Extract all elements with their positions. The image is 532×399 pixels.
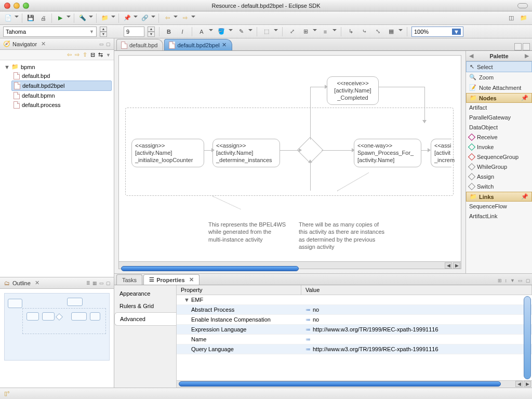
link-dropdown[interactable] — [151, 16, 155, 21]
scrollbar-thumb[interactable] — [179, 381, 501, 387]
forward-dropdown[interactable] — [191, 16, 195, 21]
save-button[interactable]: 💾 — [25, 13, 36, 23]
palette-link-sequenceflow[interactable]: SequenceFlow — [466, 202, 532, 211]
outline-thumbnail[interactable] — [4, 293, 110, 361]
bottom-tab-tasks[interactable]: Tasks — [116, 274, 142, 285]
close-window-button[interactable] — [4, 3, 10, 9]
tree-file[interactable]: default.bpmn — [11, 91, 112, 100]
editor-tab[interactable]: default.bpd2bpel✕ — [164, 39, 232, 50]
properties-col-property[interactable]: Property — [177, 285, 301, 295]
fill-color-dropdown[interactable] — [229, 29, 233, 34]
palette-node-artifact[interactable]: Artifact — [466, 103, 532, 113]
prop-cat-advanced[interactable]: Advanced — [114, 312, 176, 326]
font-family-select[interactable]: Tahoma▼ — [3, 26, 97, 37]
select-tool-button[interactable]: ⬚ — [261, 26, 272, 37]
prop-row[interactable]: Abstract Process≔no — [177, 305, 532, 315]
font-size-stepper[interactable]: ▲▼ — [148, 26, 155, 37]
zoom-window-button[interactable] — [23, 3, 29, 9]
nav-back-icon[interactable]: ⇦ — [67, 51, 72, 58]
prop-row[interactable]: Query Language≔http://www.w3.org/TR/1999… — [177, 344, 532, 354]
palette-node-sequencegroup[interactable]: SequenceGroup — [466, 152, 532, 162]
node-assign-3[interactable]: <<assi [activit _increm — [431, 139, 451, 167]
distribute-dropdown[interactable] — [313, 29, 317, 34]
perspective-button-2[interactable]: 📁 — [518, 13, 529, 23]
outline-close-icon[interactable]: ✕ — [35, 280, 39, 286]
palette-tool-note[interactable]: 📝Note Attachment — [466, 83, 532, 93]
link-button[interactable]: 🔗 — [140, 13, 150, 23]
prop-row[interactable]: Expression Language≔http://www.w3.org/TR… — [177, 325, 532, 335]
grid-button[interactable]: ▦ — [386, 26, 396, 37]
bottom-tab-properties[interactable]: ☰Properties✕ — [143, 274, 199, 285]
editor-maximize-icon[interactable] — [523, 43, 530, 50]
pin-button[interactable]: 📌 — [122, 13, 132, 23]
palette-node-invoke[interactable]: Invoke — [466, 142, 532, 152]
diag-button[interactable]: ⤡ — [373, 26, 383, 37]
pin-dropdown[interactable] — [134, 16, 138, 21]
navigator-close-icon[interactable]: ✕ — [41, 41, 46, 47]
nav-folder-dropdown[interactable] — [111, 16, 115, 21]
palette-link-artifactlink[interactable]: ArtifactLink — [466, 211, 532, 221]
link-editor-icon[interactable]: ⇆ — [98, 51, 103, 58]
props-min-icon[interactable]: ▭ — [516, 276, 524, 285]
palette-node-receive[interactable]: Receive — [466, 132, 532, 142]
outline-min-icon[interactable]: ▭ — [99, 281, 104, 286]
print-button[interactable]: 🖨 — [38, 13, 48, 23]
distribute-button[interactable]: ⊞ — [300, 26, 311, 37]
node-assign-1[interactable]: <<assign>> [activity.Name] _initialize_l… — [131, 139, 204, 167]
properties-col-value[interactable]: Value — [301, 285, 532, 295]
props-menu-icon[interactable]: ▼ — [509, 276, 516, 285]
router-button[interactable]: ↳ — [345, 26, 356, 37]
run-dropdown[interactable] — [66, 16, 71, 21]
italic-button[interactable]: I — [177, 26, 188, 37]
scrollbar-thumb[interactable] — [121, 266, 299, 271]
font-color-dropdown[interactable] — [209, 29, 213, 34]
node-oneway[interactable]: <<one-way>> Spawn_Process_For_ [activity… — [354, 139, 421, 167]
minimize-window-button[interactable] — [14, 3, 20, 9]
prop-row[interactable]: Enable Instance Compensation≔no — [177, 315, 532, 325]
grid-dropdown[interactable] — [398, 29, 403, 34]
props-toolbar-icon[interactable]: ⊞ — [496, 276, 503, 285]
bend-button[interactable]: ⤷ — [359, 26, 369, 37]
align-dropdown[interactable] — [332, 29, 337, 34]
select-tool-dropdown[interactable] — [274, 29, 278, 34]
properties-horizontal-scrollbar[interactable]: ◀ ▶ — [177, 380, 532, 388]
scroll-left-icon[interactable]: ◀ — [515, 381, 523, 387]
outline-mode1-icon[interactable]: ≣ — [86, 281, 90, 286]
align-button[interactable]: ≡ — [320, 26, 330, 37]
run-button[interactable]: ▶ — [55, 13, 65, 23]
tree-file[interactable]: default.bpd — [11, 71, 112, 81]
fill-color-button[interactable]: 🪣 — [216, 26, 227, 37]
bold-button[interactable]: B — [164, 26, 174, 37]
prop-cat-rulers[interactable]: Rulers & Grid — [114, 300, 176, 312]
nav-up-icon[interactable]: ⇧ — [83, 51, 87, 58]
outline-max-icon[interactable]: ▢ — [106, 281, 111, 286]
tree-file[interactable]: default.process — [11, 100, 112, 110]
nav-folder-button[interactable]: 📁 — [100, 13, 110, 23]
font-size-select[interactable]: 9 — [124, 26, 144, 37]
props-max-icon[interactable]: ▢ — [524, 276, 532, 285]
editor-tab[interactable]: default.bpd — [116, 39, 163, 50]
search-button[interactable]: 🔦 — [77, 13, 88, 23]
zoom-select[interactable]: 100%▼ — [411, 26, 463, 37]
palette-tool-zoom[interactable]: 🔍Zoom — [466, 72, 532, 83]
tree-folder-bpmn[interactable]: ▼ 📁 bpmn — [2, 62, 112, 71]
outline-mode2-icon[interactable]: ▦ — [92, 281, 97, 286]
properties-vertical-scrollbar[interactable] — [524, 296, 531, 379]
palette-group-nodes[interactable]: 📁Nodes📌 — [466, 93, 532, 103]
palette-tool-select[interactable]: ↖Select — [466, 61, 532, 72]
nav-menu-icon[interactable]: ▼ — [106, 52, 111, 58]
node-assign-2[interactable]: <<assign>> [activity.Name] _determine_in… — [212, 139, 280, 167]
search-dropdown[interactable] — [89, 16, 93, 21]
palette-node-switch[interactable]: Switch — [466, 182, 532, 192]
props-toolbar-icon2[interactable]: ↕ — [503, 276, 509, 285]
scroll-left-icon[interactable]: ◀ — [445, 262, 452, 269]
tab-close-icon[interactable]: ✕ — [222, 42, 227, 48]
forward-button[interactable]: ⇨ — [180, 13, 190, 23]
palette-node-parallelgateway[interactable]: ParallelGateway — [466, 113, 532, 123]
palette-node-assign[interactable]: Assign — [466, 172, 532, 182]
tree-toggle-icon[interactable]: ▼ — [4, 64, 9, 70]
nav-fwd-icon[interactable]: ⇨ — [75, 51, 79, 58]
palette-collapse-icon[interactable]: ◀ — [469, 52, 473, 59]
node-receive[interactable]: <<receive>> [activity.Name] _Completed — [327, 76, 379, 105]
back-dropdown[interactable] — [174, 16, 178, 21]
